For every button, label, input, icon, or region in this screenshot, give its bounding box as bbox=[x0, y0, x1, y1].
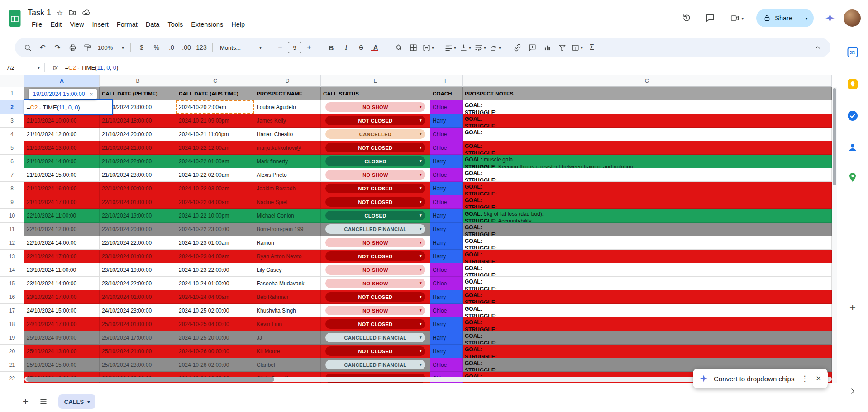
merge-cells-icon[interactable]: ▾ bbox=[421, 40, 435, 55]
row-number[interactable]: 17 bbox=[0, 304, 24, 317]
cell-g14[interactable]: GOAL:STRUGGLE: bbox=[463, 263, 832, 277]
italic-icon[interactable]: I bbox=[339, 40, 353, 55]
cell-a14[interactable]: 23/10/2024 11:00:00 bbox=[24, 263, 100, 277]
font-selector[interactable]: Monts... ▾ bbox=[216, 40, 265, 55]
column-header-C[interactable]: C bbox=[176, 75, 254, 87]
cell-g9[interactable]: GOAL:STRUGGLE: bbox=[463, 195, 832, 209]
contacts-icon[interactable] bbox=[847, 142, 858, 153]
cell-c17[interactable]: 2024-10-25 02:00:00 bbox=[176, 304, 254, 317]
cell-c19[interactable]: 2024-10-25 20:00:00 bbox=[176, 331, 254, 345]
cell-e18[interactable]: NOT CLOSED▾ bbox=[321, 317, 430, 331]
cell-b4[interactable]: 21/10/2024 20:00:00 bbox=[100, 128, 176, 141]
row-number[interactable]: 19 bbox=[0, 331, 24, 345]
formula-input[interactable]: =C2 - TIME(11, 0, 0) bbox=[65, 63, 119, 71]
font-size-input[interactable]: 9 bbox=[288, 42, 301, 53]
cell-b3[interactable]: 21/10/2024 18:00:00 bbox=[100, 114, 176, 128]
menu-data[interactable]: Data bbox=[142, 20, 164, 28]
cell-f15[interactable]: Chloe bbox=[430, 277, 463, 290]
row-number[interactable]: 20 bbox=[0, 345, 24, 358]
document-title[interactable]: Task 1 bbox=[28, 8, 51, 18]
cell-b16[interactable]: 24/10/2024 01:00:00 bbox=[100, 290, 176, 304]
cell-d2[interactable]: Loubna Agudelo bbox=[254, 100, 321, 114]
sheet-tab-calls[interactable]: CALLS ▾ bbox=[58, 394, 95, 409]
cell-g19[interactable]: GOAL:STRUGGLE: bbox=[463, 331, 832, 345]
row-number[interactable]: 4 bbox=[0, 128, 24, 141]
gemini-sparkle-icon[interactable] bbox=[820, 8, 840, 28]
cell-f4[interactable]: Chloe bbox=[430, 128, 463, 141]
row-number[interactable]: 15 bbox=[0, 277, 24, 290]
status-chip[interactable]: NO SHOW▾ bbox=[325, 279, 425, 288]
decrease-font-size-icon[interactable]: − bbox=[273, 40, 287, 55]
cell-e15[interactable]: NO SHOW▾ bbox=[321, 277, 430, 290]
cell-a12[interactable]: 22/10/2024 14:00:00 bbox=[24, 236, 100, 250]
cell-g7[interactable]: GOAL:STRUGGLE: bbox=[463, 168, 832, 182]
status-chip[interactable]: NO SHOW▾ bbox=[325, 265, 425, 275]
cell-g16[interactable]: GOAL:STRUGGLE: bbox=[463, 290, 832, 304]
cell-e8[interactable]: NOT CLOSED▾ bbox=[321, 182, 430, 195]
cell-f6[interactable]: Harry bbox=[430, 155, 463, 168]
cell-e7[interactable]: NO SHOW▾ bbox=[321, 168, 430, 182]
header-cell-d[interactable]: PROSPECT NAME bbox=[254, 87, 321, 100]
move-folder-icon[interactable] bbox=[68, 9, 76, 17]
row-number[interactable]: 3 bbox=[0, 114, 24, 128]
row-number[interactable]: 8 bbox=[0, 182, 24, 195]
status-chip[interactable]: NO SHOW▾ bbox=[325, 306, 425, 315]
cell-b15[interactable]: 23/10/2024 22:00:00 bbox=[100, 277, 176, 290]
cell-f2[interactable]: Chloe bbox=[430, 100, 463, 114]
row-number[interactable]: 2 bbox=[0, 100, 24, 114]
row-number[interactable]: 18 bbox=[0, 317, 24, 331]
cell-c14[interactable]: 2024-10-23 22:00:00 bbox=[176, 263, 254, 277]
cell-g5[interactable]: GOAL:STRUGGLE: bbox=[463, 141, 832, 155]
cell-c5[interactable]: 2024-10-22 12:00am bbox=[176, 141, 254, 155]
sheets-logo-icon[interactable] bbox=[8, 9, 21, 27]
share-button[interactable]: Share bbox=[756, 9, 799, 27]
cell-f9[interactable]: Chloe bbox=[430, 195, 463, 209]
cell-a11[interactable]: 22/10/2024 12:00:00 bbox=[24, 223, 100, 236]
cell-d9[interactable]: Nadine Spiel bbox=[254, 195, 321, 209]
cell-e20[interactable]: NOT CLOSED▾ bbox=[321, 345, 430, 358]
cell-f7[interactable]: Chloe bbox=[430, 168, 463, 182]
header-cell-c[interactable]: CALL DATE (AUS TIME) bbox=[176, 87, 254, 100]
tasks-icon[interactable] bbox=[847, 110, 858, 121]
status-chip[interactable]: NOT CLOSED▾ bbox=[325, 292, 425, 302]
cell-d11[interactable]: Born-from-pain 199 bbox=[254, 223, 321, 236]
menu-format[interactable]: Format bbox=[113, 20, 142, 28]
cell-f12[interactable]: Harry bbox=[430, 236, 463, 250]
star-icon[interactable]: ☆ bbox=[57, 9, 63, 17]
cell-f17[interactable]: Chloe bbox=[430, 304, 463, 317]
meet-video-icon[interactable]: ▾ bbox=[724, 8, 750, 28]
row-number[interactable]: 21 bbox=[0, 358, 24, 372]
cell-e12[interactable]: NO SHOW▾ bbox=[321, 236, 430, 250]
add-sheet-icon[interactable]: + bbox=[23, 397, 29, 407]
status-chip[interactable]: NOT CLOSED▾ bbox=[325, 251, 425, 261]
status-chip[interactable]: NOT CLOSED▾ bbox=[325, 319, 425, 329]
cell-f20[interactable]: Harry bbox=[430, 345, 463, 358]
more-options-icon[interactable]: ⋮ bbox=[800, 374, 809, 384]
row-number[interactable]: 16 bbox=[0, 290, 24, 304]
cell-e17[interactable]: NO SHOW▾ bbox=[321, 304, 430, 317]
cell-g10[interactable]: GOAL: 5kg of fat loss (dad bod).STRUGGLE… bbox=[463, 209, 832, 223]
cell-d12[interactable]: Ramon bbox=[254, 236, 321, 250]
cell-a13[interactable]: 22/10/2024 17:00:00 bbox=[24, 250, 100, 263]
status-chip[interactable]: CLOSED▾ bbox=[325, 211, 425, 220]
cell-a7[interactable]: 21/10/2024 15:00:00 bbox=[24, 168, 100, 182]
cell-g13[interactable]: GOAL:STRUGGLE: bbox=[463, 250, 832, 263]
paint-format-icon[interactable] bbox=[80, 40, 95, 55]
cell-b13[interactable]: 23/10/2024 01:00:00 bbox=[100, 250, 176, 263]
cell-f18[interactable]: Harry bbox=[430, 317, 463, 331]
cell-a3[interactable]: 21/10/2024 10:00:00 bbox=[24, 114, 100, 128]
cell-b6[interactable]: 21/10/2024 22:00:00 bbox=[100, 155, 176, 168]
row-number[interactable]: 7 bbox=[0, 168, 24, 182]
vertical-align-icon[interactable]: ▾ bbox=[458, 40, 472, 55]
share-dropdown-arrow[interactable]: ▾ bbox=[799, 9, 814, 27]
cell-d21[interactable]: Claribel bbox=[254, 358, 321, 372]
cell-c7[interactable]: 2024-10-22 02:00am bbox=[176, 168, 254, 182]
cell-d15[interactable]: Faseeha Mudavank bbox=[254, 277, 321, 290]
collapse-toolbar-icon[interactable] bbox=[811, 40, 825, 55]
column-header-D[interactable]: D bbox=[254, 75, 321, 87]
undo-icon[interactable]: ↶ bbox=[35, 40, 50, 55]
cell-a4[interactable]: 21/10/2024 12:00:00 bbox=[24, 128, 100, 141]
cell-c13[interactable]: 2024-10-23 04:00am bbox=[176, 250, 254, 263]
row-number[interactable]: 11 bbox=[0, 223, 24, 236]
format-percent-icon[interactable]: % bbox=[149, 40, 164, 55]
